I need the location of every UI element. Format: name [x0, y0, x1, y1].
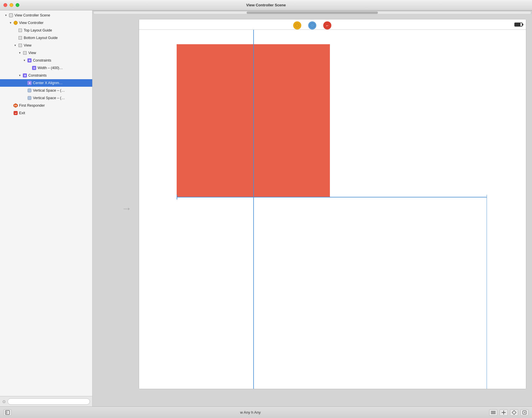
scene-arrow: →	[121, 202, 132, 214]
outline-item-view-outer[interactable]: ▼ View	[0, 42, 92, 49]
view-outer-icon	[18, 43, 23, 48]
view-inner-icon	[23, 51, 27, 55]
outline-item-scene-root[interactable]: ▼ View Controller Scene	[0, 12, 92, 19]
bottom-layout-icon	[18, 36, 23, 40]
outline-item-view-inner[interactable]: ▼ View	[0, 49, 92, 57]
width-label: Width – (400)…	[38, 66, 63, 70]
outline-item-vertical-space-1[interactable]: ▶ Vertical Space – (…	[0, 87, 92, 94]
pin-tool-btn[interactable]	[500, 409, 508, 416]
width-icon: ⊟	[32, 66, 36, 70]
align-tool-btn[interactable]	[489, 409, 497, 416]
scrollbar-thumb[interactable]	[247, 12, 378, 14]
resolve-tool-btn[interactable]	[510, 409, 518, 416]
view-outer-label: View	[24, 43, 32, 47]
bottom-right-tools	[489, 409, 529, 416]
view-controller-label: View Controller	[19, 21, 44, 25]
size-class-label: w Any h Any	[240, 410, 261, 415]
svg-rect-3	[28, 96, 31, 100]
svg-rect-16	[491, 413, 496, 414]
title-bar: View Controller Scene	[0, 0, 532, 10]
battery-fill	[515, 23, 520, 26]
svg-marker-9	[310, 23, 315, 28]
scrollbar-track	[94, 12, 531, 14]
outline-item-vertical-space-2[interactable]: ▶ Vertical Space – (…	[0, 94, 92, 102]
window-title: View Controller Scene	[246, 3, 286, 7]
bottom-layout-label: Bottom Layout Guide	[24, 36, 58, 40]
constraints-outer-icon: ⊞	[23, 73, 27, 78]
right-vertical-line	[487, 197, 487, 389]
exit-label: Exit	[19, 111, 25, 115]
view-inner-label: View	[28, 51, 36, 55]
constraints-inner-icon: ⊞	[27, 58, 32, 63]
center-x-alignment-line	[253, 30, 254, 389]
exit-icon: ↩	[13, 111, 18, 115]
outline-panel: ▼ View Controller Scene ▼	[0, 10, 93, 406]
scene-icon	[9, 13, 13, 18]
vertical-space-2-icon	[27, 96, 32, 100]
svg-text:↩: ↩	[326, 24, 328, 27]
storyboard-view-btn[interactable]	[3, 409, 12, 416]
search-input[interactable]	[8, 398, 90, 405]
outline-item-exit[interactable]: ▶ ↩ Exit	[0, 109, 92, 117]
outline-item-top-layout[interactable]: ▶ Top Layout Guide	[0, 27, 92, 34]
canvas-area: → ↩	[93, 10, 532, 406]
bottom-toolbar: w Any h Any	[0, 406, 532, 418]
device-view	[139, 30, 526, 389]
constraint-end-left	[177, 195, 177, 199]
device-status-bar	[139, 19, 526, 30]
outline-item-width[interactable]: ▶ ⊟ Width – (400)…	[0, 64, 92, 72]
bottom-constraint-line	[177, 197, 487, 197]
battery-icon	[514, 23, 522, 27]
search-icon[interactable]: ⊙	[2, 399, 6, 404]
outline-item-view-controller[interactable]: ▼ View Controller	[0, 19, 92, 27]
outline-item-constraints-inner[interactable]: ▼ ⊞ Constraints	[0, 57, 92, 64]
svg-rect-14	[491, 411, 496, 412]
maximize-button[interactable]	[16, 3, 19, 7]
canvas-scrollbar[interactable]	[93, 10, 532, 14]
minimize-button[interactable]	[10, 3, 13, 7]
device-frame	[139, 19, 526, 389]
scene-toolbar: ↩	[293, 21, 331, 29]
app-window: View Controller Scene ▼ View Controller …	[0, 0, 532, 418]
svg-rect-2	[28, 89, 31, 92]
svg-point-8	[295, 24, 299, 27]
svg-rect-13	[6, 411, 7, 414]
svg-rect-15	[491, 412, 496, 413]
title-bar-controls	[3, 3, 19, 7]
scene-icon-view-controller[interactable]	[293, 21, 301, 29]
top-layout-icon	[18, 28, 23, 33]
scene-icon-blue[interactable]	[308, 21, 316, 29]
close-button[interactable]	[3, 3, 7, 7]
svg-text:FR: FR	[14, 105, 17, 107]
center-x-icon: ⊞	[27, 81, 32, 85]
disclosure-arrow: ▼	[5, 14, 9, 17]
outline-bottom-bar: ⊙	[0, 396, 92, 406]
scene-root-label: View Controller Scene	[14, 13, 50, 17]
top-layout-label: Top Layout Guide	[24, 28, 52, 32]
constraints-inner-label: Constraints	[33, 58, 51, 62]
vertical-space-1-icon	[27, 88, 32, 93]
update-frames-btn[interactable]	[520, 409, 529, 416]
outline-item-first-responder[interactable]: ▶ FR First Responder	[0, 102, 92, 109]
first-responder-icon: FR	[13, 103, 18, 108]
scene-icon-red[interactable]: ↩	[323, 21, 331, 29]
vertical-space-2-label: Vertical Space – (…	[33, 96, 65, 100]
outline-item-bottom-layout[interactable]: ▶ Bottom Layout Guide	[0, 34, 92, 42]
svg-marker-19	[512, 410, 516, 415]
outline-item-center-x[interactable]: ▶ ⊞ Center X Alignm…	[0, 79, 92, 87]
view-controller-icon	[13, 21, 18, 25]
center-x-label: Center X Alignm…	[33, 81, 63, 85]
svg-text:↩: ↩	[15, 112, 17, 115]
first-responder-label: First Responder	[19, 103, 45, 108]
svg-rect-1	[10, 14, 12, 16]
outline-tree[interactable]: ▼ View Controller Scene ▼	[0, 10, 92, 396]
outline-item-constraints-outer[interactable]: ▼ ⊞ Constraints	[0, 72, 92, 79]
main-content: ▼ View Controller Scene ▼	[0, 10, 532, 406]
constraints-outer-label: Constraints	[28, 73, 47, 77]
vertical-space-1-label: Vertical Space – (…	[33, 88, 65, 93]
disclosure-arrow: ▼	[9, 21, 13, 24]
